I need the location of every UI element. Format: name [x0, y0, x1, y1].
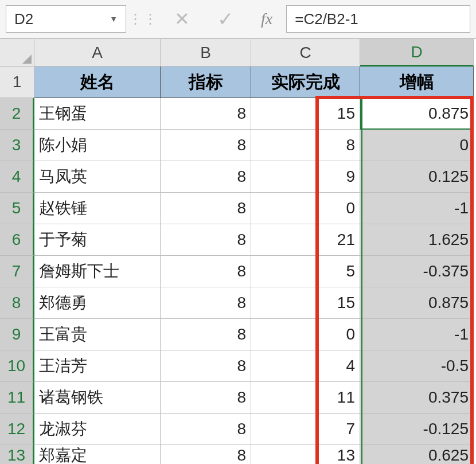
cell-increase[interactable]: 0.375: [360, 382, 474, 414]
cell-target[interactable]: 8: [161, 193, 251, 224]
formula-text: =C2/B2-1: [295, 10, 358, 28]
cell-actual[interactable]: 15: [251, 287, 360, 319]
cell-name[interactable]: 王洁芳: [34, 350, 161, 382]
cell-target[interactable]: 8: [161, 414, 251, 445]
cell-name[interactable]: 诸葛钢铁: [34, 382, 161, 414]
row-header[interactable]: 10: [0, 350, 34, 382]
chevron-down-icon[interactable]: ▼: [110, 14, 118, 24]
row-header[interactable]: 12: [0, 414, 34, 445]
cell-increase[interactable]: 1.625: [360, 224, 474, 256]
row-header[interactable]: 9: [0, 319, 34, 350]
cell-increase[interactable]: 0.875: [360, 287, 474, 319]
cell-target[interactable]: 8: [161, 319, 251, 350]
row-header[interactable]: 3: [0, 130, 34, 161]
cell-name[interactable]: 詹姆斯下士: [34, 256, 161, 287]
cell-increase[interactable]: -0.375: [360, 256, 474, 287]
cell-target[interactable]: 8: [161, 224, 251, 256]
cell-actual[interactable]: 5: [251, 256, 360, 287]
cell-target[interactable]: 8: [161, 130, 251, 161]
col-header-C[interactable]: C: [251, 39, 360, 67]
col-header-B[interactable]: B: [161, 39, 251, 67]
cell-target[interactable]: 8: [161, 445, 251, 464]
cell-name[interactable]: 陈小娟: [34, 130, 161, 161]
formula-icons: ✕ ✓ fx: [161, 7, 286, 30]
cell-target[interactable]: 8: [161, 287, 251, 319]
cell-actual[interactable]: 15: [251, 98, 360, 130]
row-header[interactable]: 5: [0, 193, 34, 224]
row-header[interactable]: 6: [0, 224, 34, 256]
cell-increase[interactable]: -0.5: [360, 350, 474, 382]
cell-target[interactable]: 8: [161, 350, 251, 382]
cell-actual[interactable]: 9: [251, 161, 360, 193]
row-header[interactable]: 13: [0, 445, 34, 464]
formula-input[interactable]: =C2/B2-1: [286, 5, 470, 33]
spreadsheet[interactable]: A B C D 1 姓名 指标 实际完成 增幅 2王钢蛋8150.8753陈小娟…: [0, 39, 476, 464]
row-header[interactable]: 11: [0, 382, 34, 414]
name-box-value: D2: [14, 10, 33, 28]
cell-target[interactable]: 8: [161, 382, 251, 414]
row-header[interactable]: 8: [0, 287, 34, 319]
cell-actual[interactable]: 4: [251, 350, 360, 382]
divider-icon: ⋮⋮: [126, 11, 161, 27]
header-cell-name[interactable]: 姓名: [34, 67, 161, 98]
cell-name[interactable]: 赵铁锤: [34, 193, 161, 224]
cell-actual[interactable]: 7: [251, 414, 360, 445]
cell-increase[interactable]: -1: [360, 193, 474, 224]
cell-name[interactable]: 王富贵: [34, 319, 161, 350]
cell-name[interactable]: 龙淑芬: [34, 414, 161, 445]
cell-actual[interactable]: 0: [251, 319, 360, 350]
cell-actual[interactable]: 21: [251, 224, 360, 256]
cell-name[interactable]: 马凤英: [34, 161, 161, 193]
select-all-corner[interactable]: [0, 39, 34, 67]
cell-increase[interactable]: -0.125: [360, 414, 474, 445]
cell-name[interactable]: 郑德勇: [34, 287, 161, 319]
cell-target[interactable]: 8: [161, 256, 251, 287]
formula-bar: D2 ▼ ⋮⋮ ✕ ✓ fx =C2/B2-1: [0, 0, 476, 39]
cell-actual[interactable]: 13: [251, 445, 360, 464]
cancel-icon[interactable]: ✕: [174, 8, 190, 30]
cell-increase[interactable]: 0.125: [360, 161, 474, 193]
cell-actual[interactable]: 8: [251, 130, 360, 161]
accept-icon[interactable]: ✓: [217, 7, 233, 30]
header-cell-actual[interactable]: 实际完成: [251, 67, 360, 98]
col-header-D[interactable]: D: [360, 39, 474, 67]
name-box[interactable]: D2 ▼: [6, 5, 126, 33]
fx-icon[interactable]: fx: [261, 10, 272, 28]
cell-increase[interactable]: 0.875: [360, 98, 474, 130]
cell-increase[interactable]: 0.625: [360, 445, 474, 464]
cell-target[interactable]: 8: [161, 98, 251, 130]
cell-name[interactable]: 于予菊: [34, 224, 161, 256]
cell-actual[interactable]: 11: [251, 382, 360, 414]
cell-target[interactable]: 8: [161, 161, 251, 193]
row-header[interactable]: 2: [0, 98, 34, 130]
cell-name[interactable]: 王钢蛋: [34, 98, 161, 130]
header-cell-target[interactable]: 指标: [161, 67, 251, 98]
cell-increase[interactable]: -1: [360, 319, 474, 350]
row-header-1[interactable]: 1: [0, 67, 34, 98]
cell-increase[interactable]: 0: [360, 130, 474, 161]
header-cell-increase[interactable]: 增幅: [360, 67, 474, 98]
cell-name[interactable]: 郑嘉定: [34, 445, 161, 464]
col-header-A[interactable]: A: [34, 39, 161, 67]
cell-actual[interactable]: 0: [251, 193, 360, 224]
row-header[interactable]: 7: [0, 256, 34, 287]
row-header[interactable]: 4: [0, 161, 34, 193]
